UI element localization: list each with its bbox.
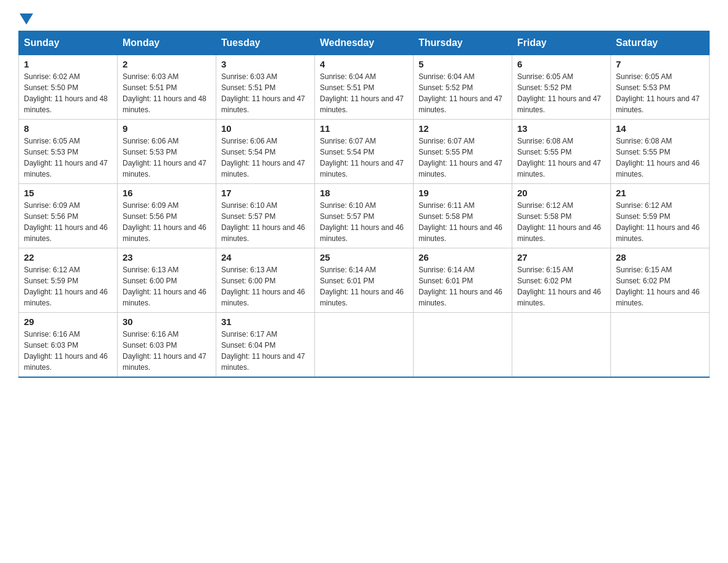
sunset-label: Sunset: 5:56 PM [24, 212, 78, 221]
table-row: 28 Sunrise: 6:15 AM Sunset: 6:02 PM Dayl… [611, 248, 710, 313]
weekday-header-monday: Monday [118, 31, 216, 55]
day-number: 4 [320, 59, 408, 69]
sunset-label: Sunset: 5:58 PM [419, 212, 473, 221]
table-row: 24 Sunrise: 6:13 AM Sunset: 6:00 PM Dayl… [216, 248, 315, 313]
daylight-label: Daylight: 11 hours and 46 minutes. [419, 288, 502, 307]
day-number: 2 [123, 59, 211, 69]
daylight-label: Daylight: 11 hours and 46 minutes. [24, 288, 108, 307]
table-row: 29 Sunrise: 6:16 AM Sunset: 6:03 PM Dayl… [19, 313, 118, 378]
calendar-week-4: 22 Sunrise: 6:12 AM Sunset: 5:59 PM Dayl… [19, 248, 710, 313]
day-number: 19 [419, 188, 507, 198]
day-info: Sunrise: 6:11 AM Sunset: 5:58 PM Dayligh… [419, 200, 507, 244]
sunset-label: Sunset: 5:51 PM [221, 83, 276, 92]
sunset-label: Sunset: 5:57 PM [320, 212, 374, 221]
sunset-label: Sunset: 6:02 PM [616, 277, 670, 285]
sunset-label: Sunset: 5:51 PM [320, 83, 374, 92]
day-info: Sunrise: 6:08 AM Sunset: 5:55 PM Dayligh… [517, 136, 605, 180]
sunset-label: Sunset: 5:52 PM [517, 83, 572, 92]
page-header [18, 12, 710, 25]
sunrise-label: Sunrise: 6:14 AM [320, 266, 376, 274]
table-row: 9 Sunrise: 6:06 AM Sunset: 5:53 PM Dayli… [118, 120, 216, 184]
table-row: 5 Sunrise: 6:04 AM Sunset: 5:52 PM Dayli… [414, 55, 512, 120]
table-row: 23 Sunrise: 6:13 AM Sunset: 6:00 PM Dayl… [118, 248, 216, 313]
day-info: Sunrise: 6:03 AM Sunset: 5:51 PM Dayligh… [123, 71, 211, 115]
day-number: 16 [123, 188, 211, 198]
sunrise-label: Sunrise: 6:07 AM [419, 137, 474, 145]
day-info: Sunrise: 6:13 AM Sunset: 6:00 PM Dayligh… [123, 264, 211, 308]
table-row: 1 Sunrise: 6:02 AM Sunset: 5:50 PM Dayli… [19, 55, 118, 120]
table-row [414, 313, 512, 378]
sunrise-label: Sunrise: 6:13 AM [221, 266, 277, 274]
daylight-label: Daylight: 11 hours and 46 minutes. [320, 288, 404, 307]
sunset-label: Sunset: 5:52 PM [419, 83, 473, 92]
day-info: Sunrise: 6:08 AM Sunset: 5:55 PM Dayligh… [616, 136, 704, 180]
sunset-label: Sunset: 5:55 PM [419, 148, 473, 156]
table-row: 11 Sunrise: 6:07 AM Sunset: 5:54 PM Dayl… [315, 120, 414, 184]
daylight-label: Daylight: 11 hours and 46 minutes. [221, 288, 305, 307]
day-number: 5 [419, 59, 507, 69]
day-info: Sunrise: 6:12 AM Sunset: 5:58 PM Dayligh… [517, 200, 605, 244]
weekday-header-tuesday: Tuesday [216, 31, 315, 55]
day-number: 7 [616, 59, 704, 69]
table-row: 15 Sunrise: 6:09 AM Sunset: 5:56 PM Dayl… [19, 184, 118, 248]
day-info: Sunrise: 6:14 AM Sunset: 6:01 PM Dayligh… [320, 264, 408, 308]
sunrise-label: Sunrise: 6:08 AM [517, 137, 573, 145]
daylight-label: Daylight: 11 hours and 47 minutes. [123, 352, 207, 372]
table-row: 31 Sunrise: 6:17 AM Sunset: 6:04 PM Dayl… [216, 313, 315, 378]
day-info: Sunrise: 6:05 AM Sunset: 5:53 PM Dayligh… [24, 136, 112, 180]
sunset-label: Sunset: 6:04 PM [221, 341, 276, 350]
calendar-week-2: 8 Sunrise: 6:05 AM Sunset: 5:53 PM Dayli… [19, 120, 710, 184]
daylight-label: Daylight: 11 hours and 47 minutes. [517, 159, 601, 178]
table-row: 13 Sunrise: 6:08 AM Sunset: 5:55 PM Dayl… [512, 120, 611, 184]
day-info: Sunrise: 6:10 AM Sunset: 5:57 PM Dayligh… [320, 200, 408, 244]
weekday-header-wednesday: Wednesday [315, 31, 414, 55]
daylight-label: Daylight: 11 hours and 46 minutes. [123, 223, 207, 243]
daylight-label: Daylight: 11 hours and 47 minutes. [123, 159, 207, 178]
table-row: 8 Sunrise: 6:05 AM Sunset: 5:53 PM Dayli… [19, 120, 118, 184]
daylight-label: Daylight: 11 hours and 47 minutes. [419, 159, 502, 178]
day-number: 31 [221, 316, 309, 327]
day-number: 28 [616, 252, 704, 262]
weekday-header-friday: Friday [512, 31, 611, 55]
daylight-label: Daylight: 11 hours and 46 minutes. [517, 223, 601, 243]
sunrise-label: Sunrise: 6:11 AM [419, 201, 474, 210]
sunset-label: Sunset: 6:00 PM [221, 277, 276, 285]
sunrise-label: Sunrise: 6:15 AM [517, 266, 573, 274]
sunset-label: Sunset: 6:02 PM [517, 277, 572, 285]
day-info: Sunrise: 6:15 AM Sunset: 6:02 PM Dayligh… [517, 264, 605, 308]
day-number: 29 [24, 316, 112, 327]
day-number: 21 [616, 188, 704, 198]
sunset-label: Sunset: 5:54 PM [320, 148, 374, 156]
table-row [315, 313, 414, 378]
day-info: Sunrise: 6:03 AM Sunset: 5:51 PM Dayligh… [221, 71, 309, 115]
day-info: Sunrise: 6:07 AM Sunset: 5:54 PM Dayligh… [320, 136, 408, 180]
calendar-week-5: 29 Sunrise: 6:16 AM Sunset: 6:03 PM Dayl… [19, 313, 710, 378]
day-info: Sunrise: 6:15 AM Sunset: 6:02 PM Dayligh… [616, 264, 704, 308]
day-number: 11 [320, 123, 408, 134]
weekday-header-sunday: Sunday [19, 31, 118, 55]
day-info: Sunrise: 6:12 AM Sunset: 5:59 PM Dayligh… [24, 264, 112, 308]
daylight-label: Daylight: 11 hours and 46 minutes. [616, 159, 700, 178]
sunrise-label: Sunrise: 6:08 AM [616, 137, 672, 145]
day-number: 14 [616, 123, 704, 134]
day-number: 20 [517, 188, 605, 198]
sunrise-label: Sunrise: 6:10 AM [320, 201, 376, 210]
sunrise-label: Sunrise: 6:14 AM [419, 266, 474, 274]
sunrise-label: Sunrise: 6:13 AM [123, 266, 178, 274]
table-row: 27 Sunrise: 6:15 AM Sunset: 6:02 PM Dayl… [512, 248, 611, 313]
sunrise-label: Sunrise: 6:09 AM [24, 201, 80, 210]
sunset-label: Sunset: 6:03 PM [123, 341, 177, 350]
day-number: 9 [123, 123, 211, 134]
sunrise-label: Sunrise: 6:06 AM [123, 137, 178, 145]
day-number: 26 [419, 252, 507, 262]
sunset-label: Sunset: 5:50 PM [24, 83, 78, 92]
table-row [512, 313, 611, 378]
sunset-label: Sunset: 5:59 PM [24, 277, 78, 285]
table-row: 14 Sunrise: 6:08 AM Sunset: 5:55 PM Dayl… [611, 120, 710, 184]
table-row: 10 Sunrise: 6:06 AM Sunset: 5:54 PM Dayl… [216, 120, 315, 184]
day-info: Sunrise: 6:13 AM Sunset: 6:00 PM Dayligh… [221, 264, 309, 308]
table-row: 16 Sunrise: 6:09 AM Sunset: 5:56 PM Dayl… [118, 184, 216, 248]
sunset-label: Sunset: 6:01 PM [320, 277, 374, 285]
sunrise-label: Sunrise: 6:05 AM [517, 72, 573, 81]
day-info: Sunrise: 6:05 AM Sunset: 5:52 PM Dayligh… [517, 71, 605, 115]
